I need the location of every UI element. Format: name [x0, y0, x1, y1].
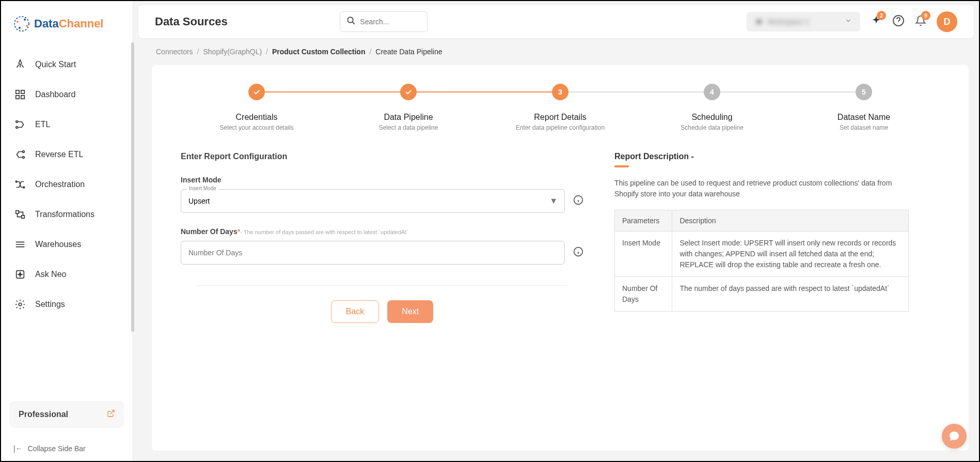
avatar[interactable]: D: [937, 11, 957, 32]
plan-box[interactable]: Professional: [9, 401, 124, 428]
logo-text: DataChannel: [34, 17, 103, 30]
section-title: Enter Report Configuration: [181, 152, 583, 161]
external-link-icon: [107, 409, 115, 420]
form-left: Enter Report Configuration Insert Mode U…: [181, 152, 583, 323]
breadcrumb: Connectors / Shopify(GraphQL) / Product …: [133, 38, 979, 61]
rocket-icon: [14, 59, 26, 70]
sidebar-item-etl[interactable]: ETL: [1, 110, 133, 140]
page-title: Data Sources: [155, 15, 228, 28]
gear-icon: [14, 299, 26, 310]
sidebar-item-quickstart[interactable]: Quick Start: [1, 50, 133, 80]
cell-param: Number Of Days: [615, 277, 672, 312]
sparkle-icon-btn[interactable]: 2: [871, 15, 882, 28]
field-insert-mode: Insert Mode Upsert ▼: [181, 176, 583, 213]
chat-bubble[interactable]: [942, 424, 967, 449]
reverse-etl-icon: [14, 149, 26, 160]
days-input[interactable]: [181, 241, 565, 265]
cell-desc: Select Insert mode: UPSERT will insert o…: [672, 232, 909, 277]
desc-text: This pipeline can be used to request and…: [614, 178, 909, 199]
sidebar-item-settings[interactable]: Settings: [1, 289, 133, 319]
svg-point-2: [24, 19, 26, 21]
svg-rect-7: [16, 96, 19, 99]
content: Credentials Select your account details …: [152, 65, 969, 451]
th-parameters: Parameters: [615, 210, 672, 232]
sidebar: DataChannel Quick Start Dashboard ETL Re…: [1, 1, 133, 461]
param-table: Parameters Description Insert Mode Selec…: [614, 210, 909, 312]
info-icon[interactable]: [573, 247, 583, 259]
step-subtitle: Select your account details: [219, 124, 293, 131]
back-button[interactable]: Back: [331, 300, 380, 323]
logo[interactable]: DataChannel: [1, 1, 133, 47]
step-report[interactable]: 3 Report Details Enter data pipeline con…: [484, 84, 636, 131]
nav-label: Dashboard: [35, 90, 75, 99]
insert-mode-label: Insert Mode: [181, 176, 583, 184]
collapse-icon: |←: [13, 444, 23, 453]
sidebar-item-warehouses[interactable]: Warehouses: [1, 229, 133, 259]
table-row: Insert Mode Select Insert mode: UPSERT w…: [615, 232, 909, 277]
search-icon: [346, 16, 356, 27]
svg-point-10: [16, 127, 18, 129]
sparkle-icon: [14, 269, 26, 280]
step-title: Dataset Name: [837, 113, 890, 122]
transformations-icon: [14, 209, 26, 220]
search-input[interactable]: [360, 18, 421, 26]
bell-icon-btn[interactable]: 9: [915, 15, 926, 28]
step-subtitle: Enter data pipeline configuration: [516, 124, 605, 131]
plan-name: Professional: [19, 410, 68, 419]
svg-point-14: [23, 187, 25, 188]
sidebar-item-dashboard[interactable]: Dashboard: [1, 80, 133, 110]
etl-icon: [14, 119, 26, 130]
help-icon-btn[interactable]: [892, 14, 905, 29]
nav: Quick Start Dashboard ETL Reverse ETL Or…: [1, 47, 133, 393]
svg-point-18: [19, 303, 22, 306]
svg-point-19: [348, 17, 354, 23]
breadcrumb-product: Product Custom Collection: [272, 48, 365, 56]
insert-mode-select[interactable]: Upsert: [181, 189, 565, 213]
desc-underline: [614, 165, 629, 167]
breadcrumb-connectors[interactable]: Connectors: [156, 48, 193, 56]
workspace-dropdown[interactable]: Workspace 1: [747, 12, 860, 32]
step-number: 3: [552, 84, 568, 100]
collapse-sidebar[interactable]: |← Collapse Side Bar: [1, 436, 133, 461]
check-icon: [400, 84, 417, 100]
step-dataset[interactable]: 5 Dataset Name Set dataset name: [788, 84, 940, 131]
sidebar-item-reverse-etl[interactable]: Reverse ETL: [1, 140, 133, 170]
step-scheduling[interactable]: 4 Scheduling Schedule data pipeline: [636, 84, 788, 131]
svg-point-1: [17, 21, 19, 23]
sidebar-item-ask-neo[interactable]: Ask Neo: [1, 259, 133, 289]
nav-label: Transformations: [35, 210, 94, 219]
grid-icon: [14, 89, 26, 100]
warehouse-icon: [14, 239, 26, 250]
workspace-name: Workspace 1: [755, 18, 809, 26]
nav-label: Quick Start: [35, 60, 76, 69]
svg-rect-8: [21, 96, 24, 99]
step-pipeline[interactable]: Data Pipeline Select a data pipeline: [333, 84, 484, 131]
step-credentials[interactable]: Credentials Select your account details: [181, 84, 333, 131]
step-subtitle: Set dataset name: [840, 124, 888, 131]
svg-point-3: [26, 25, 28, 27]
svg-rect-15: [16, 211, 19, 214]
svg-point-11: [23, 151, 25, 153]
svg-rect-5: [16, 90, 19, 94]
badge: 2: [877, 11, 886, 20]
orchestration-icon: [14, 179, 26, 190]
nav-label: Ask Neo: [35, 270, 66, 279]
cell-desc: The number of days passed are with respe…: [672, 277, 909, 312]
cell-param: Insert Mode: [615, 232, 672, 277]
main: Data Sources Workspace 1 2: [133, 1, 979, 461]
breadcrumb-shopify[interactable]: Shopify(GraphQL): [203, 48, 262, 56]
svg-point-4: [19, 27, 21, 29]
sidebar-item-orchestration[interactable]: Orchestration: [1, 170, 133, 199]
search-box[interactable]: [340, 11, 428, 32]
nav-label: Warehouses: [35, 240, 81, 249]
nav-label: ETL: [35, 120, 50, 129]
collapse-label: Collapse Side Bar: [28, 444, 86, 453]
sidebar-item-transformations[interactable]: Transformations: [1, 199, 133, 229]
svg-point-0: [14, 17, 29, 31]
step-subtitle: Schedule data pipeline: [681, 124, 743, 131]
info-icon[interactable]: [573, 195, 583, 207]
step-title: Report Details: [534, 113, 586, 122]
svg-rect-16: [22, 215, 25, 219]
next-button[interactable]: Next: [387, 300, 433, 323]
form-right: Report Description - This pipeline can b…: [614, 152, 909, 323]
